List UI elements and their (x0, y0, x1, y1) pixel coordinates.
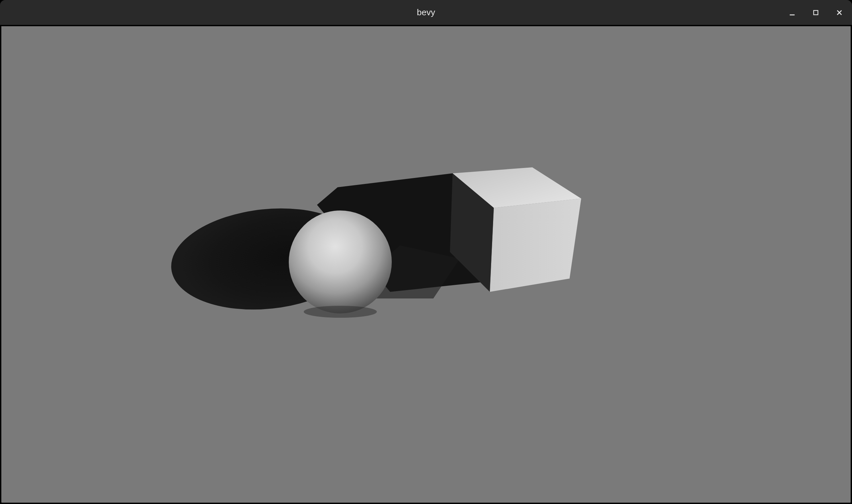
window-controls (786, 0, 845, 25)
render-viewport[interactable] (1, 26, 851, 503)
close-button[interactable] (833, 7, 845, 19)
minimize-button[interactable] (786, 7, 798, 19)
svg-rect-0 (790, 14, 795, 15)
maximize-button[interactable] (810, 7, 822, 19)
titlebar[interactable]: bevy (0, 0, 852, 25)
maximize-icon (812, 9, 819, 16)
close-icon (836, 9, 843, 16)
application-window: bevy (0, 0, 852, 504)
window-title: bevy (417, 7, 435, 18)
viewport-wrapper (0, 25, 852, 504)
minimize-icon (788, 9, 796, 16)
scene-render (1, 26, 851, 503)
sphere-object (289, 211, 392, 313)
svg-rect-1 (814, 10, 818, 15)
sphere-contact-shadow (304, 306, 377, 318)
